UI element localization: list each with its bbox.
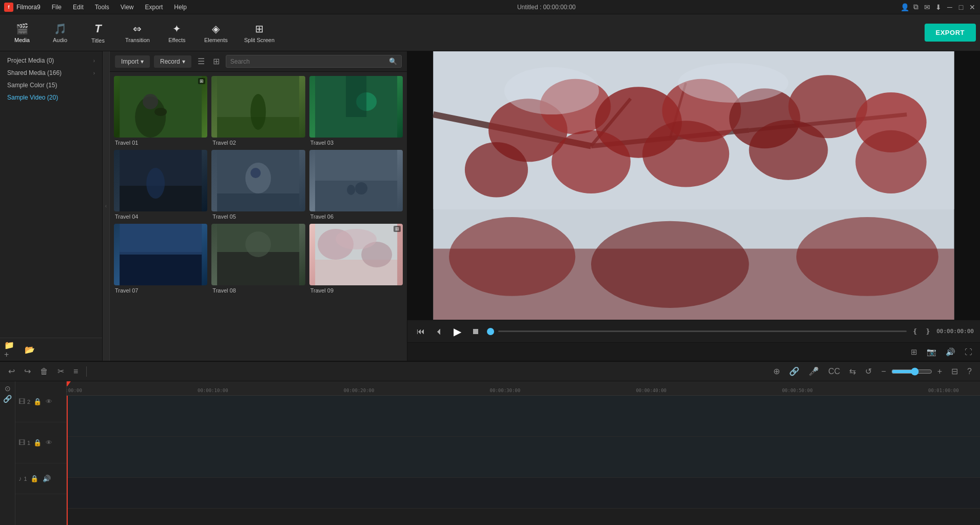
lock-track-button[interactable]: 🔒 [29,474,40,483]
zoom-in-button[interactable]: + [934,365,945,378]
sidebar-item-shared-media[interactable]: Shared Media (166) › [0,67,102,79]
mic-button[interactable]: 🎤 [806,364,822,378]
download-icon[interactable]: ⬇ [935,4,942,11]
fullscreen-button[interactable]: ⛶ [962,346,975,358]
titles-label: Titles [91,37,105,44]
media-item[interactable]: Travel 03 [309,76,403,146]
media-item[interactable]: Travel 06 [309,150,403,220]
media-thumbnail: ⊞ [309,224,403,285]
menu-view[interactable]: View [115,2,139,12]
close-button[interactable]: ✕ [969,4,976,11]
help-button[interactable]: ? [964,365,975,378]
menu-edit[interactable]: Edit [68,2,89,12]
open-folder-button[interactable]: 📂 [23,342,37,357]
play-button[interactable]: ▶ [450,323,464,340]
media-thumbnail [309,76,403,138]
media-icon: 🎬 [16,23,29,35]
sidebar-item-project-media[interactable]: Project Media (0) › [0,54,102,67]
maximize-button[interactable]: □ [957,4,965,11]
undo-button[interactable]: ↩ [5,364,18,378]
hide-track-button[interactable]: 👁 [45,438,53,448]
toolbar-elements[interactable]: ◈ Elements [197,20,235,46]
loop-button[interactable]: ↺ [862,364,875,378]
progress-indicator[interactable] [487,328,494,335]
rewind-button[interactable]: ⏮ [414,325,428,338]
video-track-1[interactable] [67,437,980,478]
adjust-button[interactable]: ≡ [70,365,81,378]
timeline-area: ↩ ↪ 🗑 ✂ ≡ ⊕ 🔗 🎤 CC ⇆ ↺ − + ⊟ ? ⊙ 🔗 [0,361,980,525]
snapshot-button[interactable]: 📷 [924,346,939,358]
media-item[interactable]: Travel 04 [114,150,207,220]
prev-frame-button[interactable]: ⏴ [432,325,446,338]
media-thumbnail: ⊞ [114,76,207,138]
svg-point-26 [245,231,271,257]
media-item[interactable]: ⊞ Travel 01 [114,76,207,146]
playhead[interactable] [67,396,68,525]
media-item[interactable]: Travel 05 [211,150,305,220]
redo-button[interactable]: ↪ [21,364,34,378]
media-item[interactable]: ⊞ Travel 09 [309,224,403,294]
sidebar-item-sample-color[interactable]: Sample Color (15) [0,79,102,91]
volume-track-button[interactable]: 🔊 [42,474,52,483]
toolbar-media[interactable]: 🎬 Media [4,20,40,46]
split-view-button[interactable]: ⊟ [948,364,961,378]
restore-icon[interactable]: ⧉ [912,4,919,11]
user-icon[interactable]: 👤 [901,4,908,11]
svg-point-12 [146,168,165,199]
link-button[interactable]: 🔗 [786,364,802,378]
sidebar-item-sample-video[interactable]: Sample Video (20) [0,91,102,104]
collapse-handle[interactable]: ‹ [103,51,110,361]
menu-help[interactable]: Help [169,2,192,12]
effects-label: Effects [168,37,185,43]
toolbar-effects[interactable]: ✦ Effects [159,20,195,46]
menu-file[interactable]: File [47,2,67,12]
minimize-button[interactable]: ─ [946,4,953,11]
toolbar-transition[interactable]: ⇔ Transition [118,20,157,46]
transition-icon: ⇔ [133,23,142,35]
import-button[interactable]: Import ▾ [115,55,150,68]
track-header-v2: 🎞 2 🔒 👁 [15,381,66,422]
progress-bar[interactable] [498,330,907,332]
out-point-button[interactable]: ❵ [924,326,932,337]
snap-icon[interactable]: ⊙ [5,384,11,393]
ruler-mark: 00:00:30:00 [490,388,521,393]
export-button[interactable]: EXPORT [925,24,976,42]
delete-button[interactable]: 🗑 [37,365,51,378]
record-button[interactable]: Record ▾ [154,55,191,68]
svg-point-48 [642,121,729,187]
toolbar-splitscreen[interactable]: ⊞ Split Screen [237,20,282,46]
svg-point-47 [552,130,631,193]
zoom-control: − + [878,365,945,378]
add-track-button[interactable]: ⊕ [770,364,783,378]
add-folder-button[interactable]: 📁+ [4,342,18,357]
menu-tools[interactable]: Tools [90,2,114,12]
grid-view-button[interactable]: ⊞ [211,54,222,68]
toolbar-audio[interactable]: 🎵 Audio [42,20,78,46]
stop-button[interactable]: ⏹ [468,325,483,338]
video-track-2[interactable] [67,396,980,437]
hide-track-button[interactable]: 👁 [45,397,53,406]
track-number: 1 [27,440,30,446]
media-item[interactable]: Travel 08 [211,224,305,294]
subtitle-button[interactable]: CC [825,365,843,378]
mail-icon[interactable]: ✉ [924,4,931,11]
audio-track-1[interactable] [67,478,980,509]
zoom-slider[interactable] [891,367,932,376]
media-item[interactable]: Travel 07 [114,224,207,294]
zoom-out-button[interactable]: − [878,365,889,378]
timeline-ruler: 00:00:00:00 00:00:10:00 00:00:20:00 00:0… [67,381,980,396]
lock-track-button[interactable]: 🔒 [32,438,43,448]
lock-track-button[interactable]: 🔒 [32,397,43,406]
toolbar-titles[interactable]: T Titles [80,19,116,47]
link-tracks-icon[interactable]: 🔗 [3,395,12,403]
film-icon: 🎞 [18,439,25,446]
search-input[interactable] [230,58,386,65]
menu-export[interactable]: Export [140,2,168,12]
transition-button[interactable]: ⇆ [846,364,859,378]
cut-button[interactable]: ✂ [54,364,67,378]
filter-button[interactable]: ☰ [195,54,207,68]
timeline-main: ⊙ 🔗 🎞 2 🔒 👁 🎞 1 🔒 👁 ♪ 1 🔒 [0,381,980,525]
volume-button[interactable]: 🔊 [943,346,958,358]
in-point-button[interactable]: ❴ [911,326,919,337]
media-item[interactable]: Travel 02 [211,76,305,146]
